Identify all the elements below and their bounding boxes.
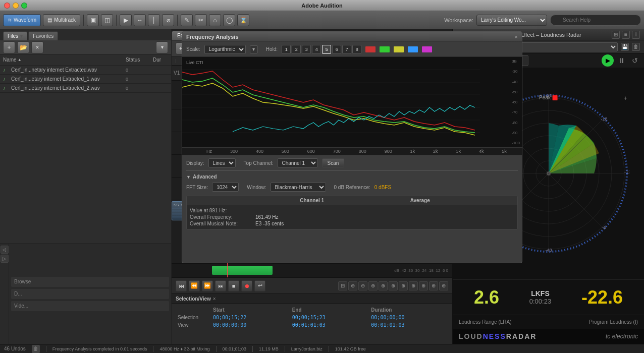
svg-text:-6: -6: [602, 225, 606, 230]
hold-btn-3[interactable]: 3: [302, 45, 311, 54]
top-channel-select[interactable]: Channel 1: [278, 158, 318, 167]
hold-btn-6[interactable]: 6: [332, 45, 341, 54]
lkfs-unit-section: LKFS 0:00:23: [529, 289, 551, 305]
radar-pause-btn[interactable]: ⏸: [617, 55, 627, 66]
browse-item[interactable]: Browse: [11, 277, 169, 287]
fast-forward-btn[interactable]: ⏩: [202, 280, 213, 291]
effects-item[interactable]: D...: [11, 289, 169, 299]
search-input[interactable]: [550, 15, 641, 26]
workspace-area: Workspace: Larry's Editing Wo... 🔍: [444, 15, 641, 26]
rack-menu-btn[interactable]: ≡: [622, 31, 630, 39]
save-preset-btn[interactable]: 💾: [621, 43, 629, 51]
advanced-toggle[interactable]: ▼ Advanced: [186, 174, 518, 180]
side-nav-btn-2[interactable]: ▷: [1, 255, 9, 263]
loop-btn[interactable]: ↩: [254, 280, 265, 291]
hold-btn-2[interactable]: 2: [292, 45, 301, 54]
data-rows: Value at 891 Hz: Overall Frequency: 161.…: [187, 205, 517, 229]
rack-info-btn[interactable]: i: [632, 31, 640, 39]
stop-btn[interactable]: ■: [228, 280, 239, 291]
hold-btn-1[interactable]: 1: [282, 45, 291, 54]
toolbar-icon-11[interactable]: ⌛: [237, 14, 249, 26]
record-btn[interactable]: ⏺: [241, 280, 252, 291]
radar-play-btn[interactable]: ▶: [602, 54, 614, 67]
zoom-btn-5[interactable]: ⊕: [399, 281, 408, 290]
zoom-btn-3[interactable]: ⊕: [379, 281, 388, 290]
minimize-button[interactable]: [13, 3, 19, 9]
file-item[interactable]: ♪ Cerf_in...netary internet Extracted.wa…: [0, 66, 171, 75]
toolbar-icon-1[interactable]: ▣: [87, 14, 99, 26]
zoom-out-btn[interactable]: ⊖: [358, 281, 367, 290]
plus-btn[interactable]: +: [623, 95, 627, 102]
zoom-btn-7[interactable]: ⊕: [419, 281, 428, 290]
toolbar-icon-2[interactable]: ◫: [101, 14, 113, 26]
file-item[interactable]: ♪ Cerf_in...etary internet Extracted_1.w…: [0, 75, 171, 84]
open-btn[interactable]: 📂: [17, 41, 29, 53]
rack-expand-btn[interactable]: ⊞: [612, 31, 620, 39]
side-nav: ◁ ▷: [0, 244, 9, 344]
new-file-btn[interactable]: +: [3, 41, 15, 53]
files-list-header: Name ▲ Status Dur: [0, 54, 171, 66]
status-sep-1: [46, 346, 46, 352]
multitrack-btn[interactable]: ▤ Multitrack: [43, 14, 80, 26]
favorites-tab[interactable]: Favorites: [28, 31, 58, 40]
window-select[interactable]: Blackman-Harris: [271, 183, 326, 192]
scale-toggle[interactable]: ▾: [250, 45, 258, 53]
toolbar-icon-3[interactable]: ▶: [120, 14, 132, 26]
radar-reset-btn[interactable]: ↺: [630, 55, 640, 66]
goto-start-btn[interactable]: ⏮: [176, 280, 187, 291]
hold-btn-7[interactable]: 7: [342, 45, 351, 54]
files-tab[interactable]: Files ▾: [3, 31, 27, 40]
goto-end-btn[interactable]: ⏭: [215, 280, 226, 291]
scale-select[interactable]: Logarithmic: [204, 45, 246, 54]
close-button[interactable]: [4, 3, 10, 9]
search-files-btn[interactable]: ▾: [156, 41, 168, 53]
color-swatch-3: [394, 46, 404, 52]
toolbar-icon-8[interactable]: ✂: [195, 14, 207, 26]
toolbar-separator-3: [177, 15, 178, 26]
bottom-transport: ⏮ ⏪ ⏩ ⏭ ■ ⏺ ↩ ⊟ ⊕ ⊖ ⊕ ⊕ ⊕ ⊕ ⊕ ⊕ ⊕ ⊕: [172, 277, 452, 293]
maximize-button[interactable]: [21, 3, 27, 9]
hold-btn-4[interactable]: 4: [312, 45, 321, 54]
waveform-btn[interactable]: ≋ Waveform: [3, 14, 41, 26]
delete-preset-btn[interactable]: 🗑: [632, 43, 640, 51]
vu-strip: dB -42 -36 -30 -24 -18 -12 -6 0: [172, 264, 452, 277]
fft-size-select[interactable]: 1024: [212, 183, 239, 192]
toolbar-icon-7[interactable]: ✎: [181, 14, 193, 26]
zoom-btn-6[interactable]: ⊕: [409, 281, 418, 290]
zoom-btn-8[interactable]: ⊕: [429, 281, 438, 290]
video-item[interactable]: Vide...: [11, 301, 169, 311]
lkfs-display: 2.6 LKFS 0:00:23 -22.6: [453, 279, 644, 315]
workspace-select[interactable]: Larry's Editing Wo...: [476, 15, 547, 26]
hold-btn-5[interactable]: 5: [322, 45, 331, 54]
color-swatch-5: [422, 46, 432, 52]
toolbar-separator-2: [116, 15, 117, 26]
file-item[interactable]: ♪ Cerf_in...etary internet Extracted_2.w…: [0, 84, 171, 93]
freq-close-btn[interactable]: ×: [515, 34, 518, 40]
close-file-btn[interactable]: ×: [31, 41, 43, 53]
zoom-in-btn[interactable]: ⊕: [348, 281, 357, 290]
clear-undos-btn[interactable]: 🗑: [32, 345, 40, 353]
display-select[interactable]: Lines: [208, 158, 236, 167]
zoom-btn-2[interactable]: ⊕: [368, 281, 378, 290]
toolbar-icon-4[interactable]: ↔: [134, 14, 146, 26]
toolbar-icon-5[interactable]: │: [148, 14, 160, 26]
sel-close-btn[interactable]: ×: [213, 296, 216, 302]
rewind-btn[interactable]: ⏪: [189, 280, 200, 291]
zoom-btn-4[interactable]: ⊕: [389, 281, 398, 290]
zoom-btn-9[interactable]: ⊕: [439, 281, 448, 290]
advanced-section: ▼ Advanced FFT Size: 1024 Window: Blackm…: [186, 170, 518, 229]
side-nav-btn-1[interactable]: ◁: [1, 246, 9, 254]
zoom-fit-btn[interactable]: ⊟: [338, 281, 347, 290]
hold-btn-8[interactable]: 8: [352, 45, 361, 54]
fft-row: FFT Size: 1024 Window: Blackman-Harris 0…: [186, 183, 518, 192]
toolbar-icon-6[interactable]: ⌀: [162, 14, 174, 26]
color-swatch-2: [380, 46, 390, 52]
svg-text:-18: -18: [601, 116, 607, 122]
app-title: Adobe Audition: [301, 3, 342, 9]
toolbar-icon-10[interactable]: ◯: [223, 14, 235, 26]
left-panel: Files ▾ Favorites + 📂 × ▾ Name ▲ Status …: [0, 29, 172, 344]
scan-button[interactable]: Scan: [322, 158, 345, 167]
svg-text:-12: -12: [624, 169, 629, 174]
toolbar-icon-9[interactable]: ⌂: [209, 14, 221, 26]
selection-header: Selection/View ×: [172, 294, 452, 304]
